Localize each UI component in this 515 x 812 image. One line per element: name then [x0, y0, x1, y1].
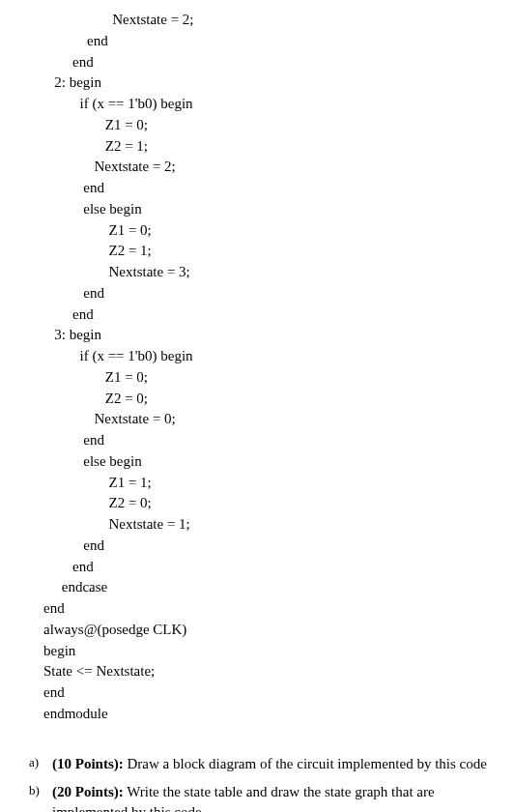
- code-line: end: [29, 306, 94, 322]
- question-b: b) (20 Points): Write the state table an…: [29, 782, 496, 813]
- code-line: Nextstate = 0;: [29, 411, 176, 426]
- code-line: Z2 = 0;: [29, 495, 152, 510]
- verilog-code-block: Nextstate = 2; end end 2: begin if (x ==…: [29, 10, 496, 725]
- code-line: Z1 = 1;: [29, 475, 152, 490]
- question-letter: a): [29, 754, 52, 774]
- code-line: else begin: [29, 201, 142, 217]
- code-line: Z1 = 0;: [29, 117, 148, 132]
- code-line: end: [29, 54, 94, 70]
- questions-section: a) (10 Points): Draw a block diagram of …: [29, 754, 496, 813]
- code-line: endcase: [29, 579, 107, 594]
- question-points: (20 Points):: [52, 784, 124, 799]
- code-line: Z2 = 1;: [29, 138, 148, 154]
- code-line: begin: [29, 643, 75, 658]
- code-line: endmodule: [29, 706, 108, 721]
- code-line: 2: begin: [29, 74, 101, 90]
- question-body: Draw a block diagram of the circuit impl…: [124, 756, 487, 771]
- code-line: State <= Nextstate;: [29, 663, 155, 679]
- code-line: Nextstate = 2;: [29, 159, 176, 174]
- code-line: Z1 = 0;: [29, 222, 152, 238]
- code-line: end: [29, 537, 104, 553]
- question-a: a) (10 Points): Draw a block diagram of …: [29, 754, 496, 774]
- code-line: Z1 = 0;: [29, 369, 148, 385]
- code-line: end: [29, 600, 65, 616]
- code-line: Z2 = 1;: [29, 243, 152, 258]
- code-line: Nextstate = 1;: [29, 516, 190, 532]
- code-line: 3: begin: [29, 327, 101, 342]
- code-line: end: [29, 33, 108, 48]
- code-line: end: [29, 180, 104, 195]
- code-line: if (x == 1'b0) begin: [29, 348, 193, 363]
- code-line: end: [29, 684, 65, 700]
- code-line: else begin: [29, 453, 142, 469]
- question-points: (10 Points):: [52, 756, 124, 771]
- question-letter: b): [29, 782, 52, 813]
- code-line: end: [29, 559, 94, 574]
- question-text: (20 Points): Write the state table and d…: [52, 782, 496, 813]
- code-line: always@(posedge CLK): [29, 622, 186, 637]
- code-line: Nextstate = 2;: [29, 12, 194, 27]
- code-line: end: [29, 432, 104, 448]
- code-line: Z2 = 0;: [29, 391, 148, 406]
- code-line: if (x == 1'b0) begin: [29, 96, 193, 111]
- question-text: (10 Points): Draw a block diagram of the…: [52, 754, 496, 774]
- code-line: Nextstate = 3;: [29, 264, 190, 279]
- code-line: end: [29, 285, 104, 301]
